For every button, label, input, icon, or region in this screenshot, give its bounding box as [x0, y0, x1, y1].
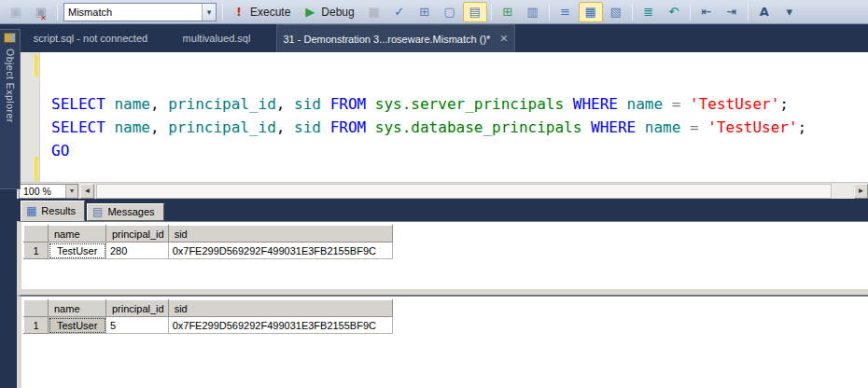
increase-indent-icon: ⇥	[724, 5, 739, 20]
sql-token: name	[114, 118, 150, 136]
decrease-indent-icon: ⇤	[699, 5, 714, 20]
table-row: 1TestUser50x7FE299D569292F499031E3FB2155…	[24, 317, 393, 334]
sql-token: ;	[779, 95, 789, 113]
column-header-sid[interactable]: sid	[168, 226, 392, 242]
uncomment-selection-button[interactable]: ↶	[662, 2, 686, 22]
intellisense-enabled-button[interactable]: ▤	[463, 2, 487, 22]
sql-token: ,	[150, 95, 168, 113]
column-header-principal_id[interactable]: principal_id	[106, 226, 169, 242]
sql-token: sys.server_principals	[375, 95, 564, 113]
query-options-button[interactable]: ▢	[438, 2, 462, 22]
sql-token	[663, 95, 672, 113]
execute-icon: !	[231, 5, 246, 20]
sql-token	[636, 118, 645, 136]
cell-name[interactable]: TestUser	[49, 242, 106, 259]
results-to-text-button[interactable]: ≡	[553, 2, 578, 22]
results-tab-bar: ▦Results▤Messages	[17, 199, 868, 221]
change-connection-button[interactable]: ▣	[4, 2, 28, 22]
increase-indent-button[interactable]: ⇥	[720, 2, 744, 22]
comment-icon: ≣	[641, 5, 656, 20]
object-explorer-tab[interactable]: Object Explorer	[0, 29, 21, 189]
parse-button[interactable]: ✓	[387, 2, 412, 22]
row-number-cell[interactable]: 1	[24, 242, 49, 259]
sql-token: ,	[276, 118, 294, 136]
results-to-grid-button[interactable]: ▦	[579, 2, 603, 22]
results-splitter[interactable]	[17, 289, 868, 296]
chevron-down-icon[interactable]: ▾	[202, 4, 216, 21]
sql-token: 'TestUser'	[707, 118, 797, 136]
debug-icon: ▶	[302, 5, 317, 20]
uncomment-icon: ↶	[666, 5, 681, 20]
sql-token: FROM	[330, 118, 367, 136]
scrollbar-thumb[interactable]	[96, 184, 832, 199]
document-tab-bar: script.sql - not connectedmultivalued.sq…	[17, 24, 868, 52]
tab-results[interactable]: ▦Results	[21, 201, 85, 221]
execute-button[interactable]: !Execute	[227, 2, 297, 22]
disconnect-button[interactable]: ▣✕	[29, 2, 53, 22]
sql-token: principal_id	[168, 95, 276, 113]
scroll-left-button[interactable]: ◄	[80, 184, 94, 199]
toolbar-overflow-button[interactable]: ▾	[777, 2, 802, 22]
sql-token	[581, 118, 591, 136]
sql-token	[321, 118, 330, 136]
sql-token: FROM	[330, 95, 367, 113]
column-header-sid[interactable]: sid	[168, 300, 392, 317]
horizontal-scrollbar[interactable]	[95, 184, 853, 199]
decrease-indent-button[interactable]: ⇤	[694, 2, 719, 22]
include-client-statistics-button[interactable]: ▥	[521, 2, 545, 22]
sql-token: SELECT	[51, 95, 105, 113]
cell-principal_id[interactable]: 5	[106, 317, 169, 334]
cell-principal_id[interactable]: 280	[106, 242, 169, 259]
sql-editor[interactable]: SELECT name, principal_id, sid FROM sys.…	[17, 52, 868, 182]
chevron-down-icon[interactable]: ▾	[65, 185, 77, 198]
results-grid-icon: ▦	[583, 5, 598, 20]
grid-corner-cell[interactable]	[24, 226, 49, 242]
template-parameters-button[interactable]: A	[752, 2, 777, 22]
chevron-down-icon: ▾	[782, 5, 797, 20]
database-combo[interactable]: Mismatch▾	[63, 3, 217, 21]
debug-button[interactable]: ▶Debug	[298, 2, 360, 22]
sql-token: sid	[294, 95, 321, 113]
sql-token	[618, 95, 627, 113]
actual-plan-icon: ⊞	[500, 5, 515, 20]
ssms-window: ▣▣✕Mismatch▾!Execute▶Debug■✓⊞▢▤⊞▥≡▦▧≣↶⇤⇥…	[0, 0, 868, 388]
column-header-principal_id[interactable]: principal_id	[106, 300, 169, 317]
document-tab-1[interactable]: script.sql - not connected	[21, 24, 161, 52]
row-number-cell[interactable]: 1	[24, 317, 49, 334]
code-line: GO	[51, 139, 806, 162]
client-statistics-icon: ▥	[525, 5, 540, 20]
column-header-name[interactable]: name	[49, 300, 106, 317]
document-tab-2[interactable]: multivalued.sql	[170, 24, 263, 52]
results-grid-1: nameprincipal_idsid1TestUser2800x7FE299D…	[23, 225, 393, 259]
toolbar-separator	[748, 4, 749, 21]
zoom-combo[interactable]: 100 % ▾	[19, 184, 78, 199]
results-pane-2: nameprincipal_idsid1TestUser50x7FE299D56…	[17, 296, 868, 388]
sql-token	[321, 95, 330, 113]
sql-token: 'TestUser'	[690, 95, 779, 113]
scroll-right-button[interactable]: ►	[854, 184, 868, 199]
tab-messages[interactable]: ▤Messages	[87, 203, 163, 221]
cell-name[interactable]: TestUser	[49, 317, 106, 334]
sql-token: WHERE	[591, 118, 636, 136]
cell-sid[interactable]: 0x7FE299D569292F499031E3FB2155BF9C	[168, 317, 392, 334]
server-disconnect-icon: ▣✕	[34, 5, 49, 20]
stop-button[interactable]: ■	[362, 2, 386, 22]
close-tab-icon[interactable]: ✕	[499, 33, 508, 45]
sql-token: =	[672, 95, 681, 113]
zoom-value: 100 %	[20, 186, 65, 197]
document-tab-label: script.sql - not connected	[34, 33, 147, 44]
results-grid-2: nameprincipal_idsid1TestUser50x7FE299D56…	[23, 299, 393, 334]
table-row: 1TestUser2800x7FE299D569292F499031E3FB21…	[24, 242, 393, 259]
include-actual-plan-button[interactable]: ⊞	[496, 2, 520, 22]
query-toolbar: ▣▣✕Mismatch▾!Execute▶Debug■✓⊞▢▤⊞▥≡▦▧≣↶⇤⇥…	[0, 0, 868, 24]
editor-status-row: 100 % ▾ ◄ ►	[17, 182, 868, 199]
document-tab-3[interactable]: 31 - Demonstration 3...roseware.Mismatch…	[276, 24, 515, 52]
display-estimated-plan-button[interactable]: ⊞	[413, 2, 437, 22]
sql-token	[366, 118, 375, 136]
cell-sid[interactable]: 0x7FE299D569292F499031E3FB2155BF9C	[168, 242, 392, 259]
results-to-file-button[interactable]: ▧	[604, 2, 628, 22]
grid-corner-cell[interactable]	[24, 300, 49, 317]
parse-icon: ✓	[392, 5, 407, 20]
column-header-name[interactable]: name	[49, 226, 106, 242]
comment-selection-button[interactable]: ≣	[637, 2, 661, 22]
